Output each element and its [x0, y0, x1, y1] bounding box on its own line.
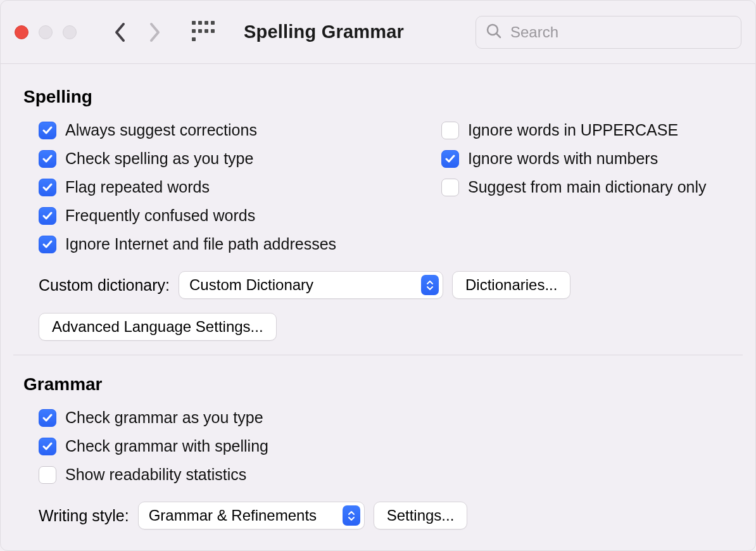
svg-line-1: [496, 34, 500, 37]
spelling-option-row: Frequently confused words: [39, 206, 403, 225]
grammar-option-checkbox[interactable]: [39, 438, 56, 455]
back-button[interactable]: [113, 22, 126, 43]
updown-icon: [343, 505, 360, 526]
grammar-option-row: Check grammar as you type: [39, 408, 403, 427]
grammar-settings-button[interactable]: Settings...: [374, 502, 468, 529]
spelling-options: Always suggest correctionsCheck spelling…: [23, 121, 733, 253]
titlebar: Spelling Grammar: [1, 1, 755, 64]
section-divider: [13, 355, 743, 355]
spelling-option-label: Flag repeated words: [65, 178, 210, 196]
spelling-option-checkbox[interactable]: [39, 122, 56, 139]
spelling-option-label: Check spelling as you type: [65, 149, 253, 168]
spelling-option-checkbox[interactable]: [39, 150, 56, 168]
grammar-option-label: Show readability statistics: [65, 466, 246, 484]
custom-dictionary-value: Custom Dictionary: [189, 276, 313, 294]
minimize-window-button[interactable]: [39, 25, 53, 39]
grammar-settings-button-label: Settings...: [387, 507, 455, 524]
spelling-left-column: Always suggest correctionsCheck spelling…: [23, 121, 403, 253]
spelling-option-label: Suggest from main dictionary only: [468, 178, 707, 196]
grammar-option-checkbox[interactable]: [39, 409, 56, 427]
spelling-right-column: Ignore words in UPPERCASEIgnore words wi…: [441, 121, 733, 253]
spelling-option-checkbox[interactable]: [39, 207, 56, 225]
spelling-option-row: Suggest from main dictionary only: [441, 178, 733, 196]
custom-dictionary-select[interactable]: Custom Dictionary: [179, 271, 443, 299]
grammar-option-label: Check grammar with spelling: [65, 437, 268, 455]
spelling-option-label: Always suggest corrections: [65, 121, 257, 139]
advanced-language-button-label: Advanced Language Settings...: [52, 318, 263, 336]
nav-arrows: [113, 22, 161, 43]
spelling-option-row: Always suggest corrections: [39, 121, 403, 139]
spelling-option-checkbox[interactable]: [441, 122, 459, 139]
writing-style-value: Grammar & Refinements: [149, 507, 317, 524]
spelling-option-checkbox[interactable]: [441, 179, 459, 196]
search-icon: [486, 23, 502, 42]
forward-button[interactable]: [149, 22, 161, 43]
spelling-option-label: Ignore words in UPPERCASE: [468, 121, 678, 139]
spelling-section-title: Spelling: [23, 87, 733, 107]
writing-style-row: Writing style: Grammar & Refinements Set…: [23, 502, 733, 529]
writing-style-select[interactable]: Grammar & Refinements: [138, 502, 365, 529]
advanced-language-settings-button[interactable]: Advanced Language Settings...: [39, 313, 277, 341]
window-controls: [15, 25, 77, 39]
show-all-icon[interactable]: [192, 21, 215, 44]
spelling-option-label: Ignore words with numbers: [468, 149, 658, 168]
grammar-option-checkbox[interactable]: [39, 466, 56, 484]
spelling-option-checkbox[interactable]: [39, 236, 56, 253]
custom-dictionary-label: Custom dictionary:: [39, 276, 170, 294]
dictionaries-button-label: Dictionaries...: [465, 276, 557, 294]
grammar-option-row: Check grammar with spelling: [39, 437, 403, 455]
spelling-option-row: Ignore Internet and file path addresses: [39, 235, 403, 253]
dictionaries-button[interactable]: Dictionaries...: [452, 271, 570, 299]
search-wrap: [476, 16, 741, 49]
updown-icon: [421, 275, 439, 295]
grammar-section-title: Grammar: [23, 374, 733, 395]
advanced-language-row: Advanced Language Settings...: [23, 313, 733, 341]
spelling-option-row: Flag repeated words: [39, 178, 403, 196]
grammar-option-row: Show readability statistics: [39, 466, 403, 484]
writing-style-label: Writing style:: [39, 507, 129, 525]
grammar-option-label: Check grammar as you type: [65, 408, 263, 427]
close-window-button[interactable]: [15, 25, 28, 39]
custom-dictionary-row: Custom dictionary: Custom Dictionary Dic…: [23, 271, 733, 299]
spelling-option-row: Ignore words in UPPERCASE: [441, 121, 733, 139]
spelling-option-checkbox[interactable]: [39, 179, 56, 196]
spelling-option-checkbox[interactable]: [441, 150, 459, 168]
content: Spelling Always suggest correctionsCheck…: [1, 64, 755, 551]
grammar-options: Check grammar as you typeCheck grammar w…: [23, 408, 403, 484]
spelling-option-row: Ignore words with numbers: [441, 149, 733, 168]
page-title: Spelling Grammar: [244, 22, 404, 42]
spelling-option-label: Frequently confused words: [65, 206, 255, 225]
maximize-window-button[interactable]: [63, 25, 77, 39]
search-input[interactable]: [476, 16, 741, 49]
spelling-option-label: Ignore Internet and file path addresses: [65, 235, 336, 253]
spelling-option-row: Check spelling as you type: [39, 149, 403, 168]
